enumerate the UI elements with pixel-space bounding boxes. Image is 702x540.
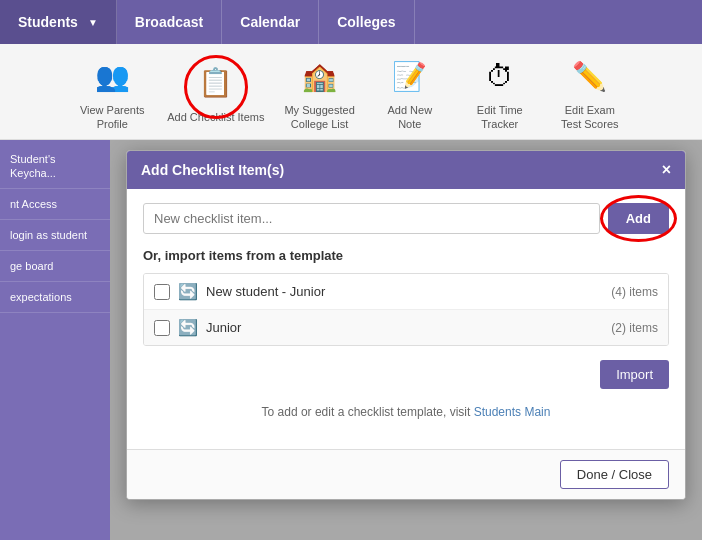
nav-tab-broadcast[interactable]: Broadcast <box>117 0 222 44</box>
toolbar-my-suggested-college[interactable]: 🏫 My SuggestedCollege List <box>284 52 354 130</box>
sidebar-item-ge-board[interactable]: ge board <box>0 251 110 282</box>
nav-tab-students[interactable]: Students ▼ <box>0 0 117 44</box>
template-icon-new-student-junior: 🔄 <box>178 282 198 301</box>
add-checklist-items-icon: 📋 <box>192 59 240 107</box>
add-checklist-items-label: Add Checklist Items <box>167 111 264 124</box>
view-parents-profile-icon: 👥 <box>88 52 136 100</box>
sidebar-expectations-label: expectations <box>10 291 72 303</box>
my-suggested-college-icon: 🏫 <box>296 52 344 100</box>
add-input-row: Add <box>143 203 669 234</box>
import-row: Import <box>143 360 669 389</box>
toolbar-add-new-note[interactable]: 📝 Add NewNote <box>375 52 445 130</box>
dialog-footer: Done / Close <box>127 449 685 499</box>
template-name-junior: Junior <box>206 320 603 335</box>
students-tab-label: Students <box>18 14 78 30</box>
add-checklist-dialog: Add Checklist Item(s) × Add Or, import <box>126 150 686 500</box>
dialog-overlay: Add Checklist Item(s) × Add Or, import <box>110 140 702 540</box>
view-parents-profile-label: View ParentsProfile <box>80 104 145 130</box>
edit-time-tracker-icon: ⏱ <box>476 52 524 100</box>
main-area: Student's Keycha... nt Access login as s… <box>0 140 702 540</box>
edit-time-tracker-label: Edit TimeTracker <box>477 104 523 130</box>
toolbar-edit-time-tracker[interactable]: ⏱ Edit TimeTracker <box>465 52 535 130</box>
import-button[interactable]: Import <box>600 360 669 389</box>
dialog-header: Add Checklist Item(s) × <box>127 151 685 189</box>
icon-toolbar: 👥 View ParentsProfile 📋 Add Checklist It… <box>0 44 702 140</box>
sidebar-ge-board-label: ge board <box>10 260 53 272</box>
template-list: 🔄 New student - Junior (4) items 🔄 Junio… <box>143 273 669 346</box>
students-dropdown-arrow[interactable]: ▼ <box>88 17 98 28</box>
import-section-header: Or, import items from a template <box>143 248 669 263</box>
template-row: 🔄 Junior (2) items <box>144 310 668 345</box>
add-button[interactable]: Add <box>608 203 669 234</box>
sidebar-item-login-as-student[interactable]: login as student <box>0 220 110 251</box>
template-row: 🔄 New student - Junior (4) items <box>144 274 668 310</box>
sidebar-item-expectations[interactable]: expectations <box>0 282 110 313</box>
template-count-junior: (2) items <box>611 321 658 335</box>
my-suggested-college-label: My SuggestedCollege List <box>284 104 354 130</box>
sidebar-nt-access-label: nt Access <box>10 198 57 210</box>
dialog-title: Add Checklist Item(s) <box>141 162 284 178</box>
nav-tab-colleges[interactable]: Colleges <box>319 0 414 44</box>
add-new-note-icon: 📝 <box>386 52 434 100</box>
toolbar-view-parents-profile[interactable]: 👥 View ParentsProfile <box>77 52 147 130</box>
toolbar-add-checklist-items[interactable]: 📋 Add Checklist Items <box>167 59 264 124</box>
dialog-close-button[interactable]: × <box>662 161 671 179</box>
dialog-body: Add Or, import items from a template 🔄 N… <box>127 189 685 449</box>
broadcast-tab-label: Broadcast <box>135 14 203 30</box>
template-checkbox-junior[interactable] <box>154 320 170 336</box>
nav-tab-calendar[interactable]: Calendar <box>222 0 319 44</box>
content-area: Add Checklist Item(s) × Add Or, import <box>110 140 702 540</box>
sidebar-students-keychain-label: Student's Keycha... <box>10 153 56 179</box>
info-text: To add or edit a checklist template, vis… <box>143 405 669 419</box>
checklist-input[interactable] <box>143 203 600 234</box>
template-icon-junior: 🔄 <box>178 318 198 337</box>
template-checkbox-new-student-junior[interactable] <box>154 284 170 300</box>
edit-exam-test-scores-icon: ✏️ <box>566 52 614 100</box>
colleges-tab-label: Colleges <box>337 14 395 30</box>
calendar-tab-label: Calendar <box>240 14 300 30</box>
top-nav: Students ▼ Broadcast Calendar Colleges <box>0 0 702 44</box>
edit-exam-test-scores-label: Edit ExamTest Scores <box>561 104 618 130</box>
students-main-link[interactable]: Students Main <box>474 405 551 419</box>
sidebar-login-as-student-label: login as student <box>10 229 87 241</box>
template-count-new-student-junior: (4) items <box>611 285 658 299</box>
toolbar-edit-exam-test-scores[interactable]: ✏️ Edit ExamTest Scores <box>555 52 625 130</box>
template-name-new-student-junior: New student - Junior <box>206 284 603 299</box>
add-new-note-label: Add NewNote <box>387 104 432 130</box>
sidebar: Student's Keycha... nt Access login as s… <box>0 140 110 540</box>
sidebar-item-students-keychain[interactable]: Student's Keycha... <box>0 144 110 189</box>
sidebar-item-nt-access[interactable]: nt Access <box>0 189 110 220</box>
done-close-button[interactable]: Done / Close <box>560 460 669 489</box>
